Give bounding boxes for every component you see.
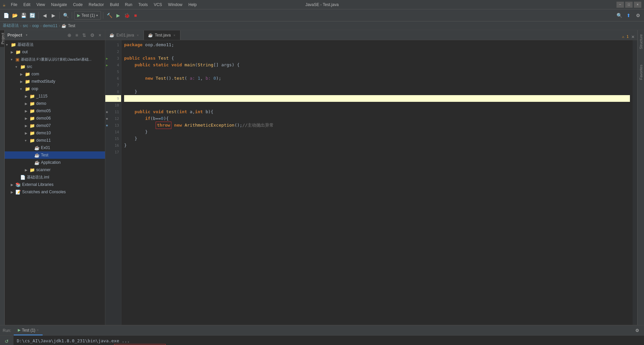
menu-build[interactable]: Build bbox=[107, 2, 122, 8]
breadcrumb-demo11[interactable]: demo11 bbox=[43, 23, 57, 28]
folder-icon-demo05: 📁 bbox=[30, 109, 35, 114]
run-tab-test[interactable]: ▶ Test (1) × bbox=[14, 326, 43, 335]
sync-button[interactable]: 🔄 bbox=[28, 11, 36, 20]
tree-item-test[interactable]: ▶ ☕ Test bbox=[5, 151, 105, 159]
gutter-line-11: ◉ 11 bbox=[105, 109, 121, 115]
project-settings-button[interactable]: ⚙ bbox=[89, 32, 96, 38]
tab-test-icon: ☕ bbox=[148, 33, 153, 38]
toolbar-right: 🔍 ⬆ ⚙ bbox=[615, 11, 642, 20]
search-everywhere-button[interactable]: 🔍 bbox=[62, 11, 70, 20]
menu-edit[interactable]: Edit bbox=[21, 2, 33, 8]
run-settings-button[interactable]: ⚙ bbox=[633, 326, 641, 335]
menu-run[interactable]: Run bbox=[122, 2, 135, 8]
code-line-10 bbox=[124, 102, 630, 109]
code-content[interactable]: package oop.demo11; public class Test { … bbox=[121, 40, 633, 325]
back-button[interactable]: ◀ bbox=[41, 11, 49, 20]
tree-item-demo05[interactable]: ▶ 📁 demo05 bbox=[5, 107, 105, 115]
menu-file[interactable]: File bbox=[8, 2, 20, 8]
project-sort-button[interactable]: ≡ bbox=[74, 32, 79, 38]
maximize-button[interactable]: □ bbox=[625, 2, 633, 8]
tree-item-module[interactable]: ▾ ▣ 基础语法 F:\重新认识计算机\JavaSe\基础... bbox=[5, 56, 105, 63]
build-button[interactable]: 🔨 bbox=[105, 11, 113, 20]
tree-item-demo07[interactable]: ▶ 📁 demo07 bbox=[5, 122, 105, 129]
debug-button[interactable]: 🐞 bbox=[123, 11, 131, 20]
tree-arrow-demo10: ▶ bbox=[25, 131, 30, 135]
project-tab[interactable]: Project bbox=[0, 30, 4, 47]
breadcrumb-file-icon: ☕ bbox=[61, 23, 66, 28]
menu-tools[interactable]: Tools bbox=[136, 2, 150, 8]
structure-tab[interactable]: Structure bbox=[638, 31, 644, 52]
breadcrumb-src[interactable]: src bbox=[23, 23, 28, 28]
folder-icon-out: 📁 bbox=[15, 50, 21, 55]
method-main: main bbox=[184, 62, 195, 68]
tree-arrow-ext-libs: ▶ bbox=[11, 183, 15, 187]
menu-vcs[interactable]: VCS bbox=[151, 2, 165, 8]
close-button[interactable]: × bbox=[634, 2, 641, 8]
tree-item-demo11[interactable]: ▾ 📁 demo11 bbox=[5, 137, 105, 144]
code-editor[interactable]: 1 2 ▶ 3 ▶ 4 5 6 7 8 9 10 ◉ 11 bbox=[105, 40, 637, 325]
run-gutter-btn-3[interactable]: ▶ bbox=[106, 57, 108, 60]
run-sidebar-controls: ↺ ■ ⏸ 🗑 ↓ 🖶 bbox=[0, 336, 13, 345]
tree-item-scratches[interactable]: ▶ 📝 Scratches and Consoles bbox=[5, 188, 105, 196]
tree-item-out[interactable]: ▶ 📁 out bbox=[5, 48, 105, 56]
run-output-console[interactable]: D:\cs_AI\Java\jdk1.8.0_231\bin\java.exe … bbox=[13, 336, 644, 345]
tree-item-demo10[interactable]: ▶ 📁 demo10 bbox=[5, 129, 105, 137]
tree-item-demo[interactable]: ▶ 📁 demo bbox=[5, 100, 105, 107]
run-configuration[interactable]: ▶ Test (1) ▾ bbox=[74, 11, 101, 20]
run-button[interactable]: ▶ bbox=[114, 11, 122, 20]
breadcrumb-oop[interactable]: oop bbox=[32, 23, 39, 28]
gutter-line-5: 5 bbox=[105, 68, 121, 75]
tree-item-src[interactable]: ▾ 📁 src bbox=[5, 63, 105, 70]
stop-button[interactable]: ■ bbox=[131, 11, 140, 20]
bottom-panel: Run: ▶ Test (1) × ⚙ ↺ ■ ⏸ 🗑 ↓ 🖶 D:\cs_AI… bbox=[0, 325, 644, 345]
tree-item-oop[interactable]: ▾ 📁 oop bbox=[5, 85, 105, 92]
tab-ex01[interactable]: ☕ Ex01.java × bbox=[105, 30, 144, 40]
open-button[interactable]: 📂 bbox=[11, 11, 19, 20]
minimize-button[interactable]: − bbox=[616, 2, 624, 8]
menu-refactor[interactable]: Refactor bbox=[86, 2, 106, 8]
breadcrumb-root[interactable]: 基础语法 bbox=[3, 23, 19, 28]
menu-view[interactable]: View bbox=[34, 2, 48, 8]
tree-item-application[interactable]: ▶ ☕ Application bbox=[5, 159, 105, 166]
tree-item-iml[interactable]: ▶ 📄 基础语法.iml bbox=[5, 174, 105, 181]
tab-ex01-close[interactable]: × bbox=[136, 33, 140, 37]
tree-item-demo06[interactable]: ▶ 📁 demo06 bbox=[5, 115, 105, 122]
menu-help[interactable]: Help bbox=[186, 2, 200, 8]
forward-button[interactable]: ▶ bbox=[49, 11, 57, 20]
tree-item-com[interactable]: ▶ 📁 com bbox=[5, 70, 105, 78]
close-editor-pane[interactable]: × bbox=[631, 33, 635, 40]
new-file-button[interactable]: 📄 bbox=[2, 11, 10, 20]
settings-gear[interactable]: ⚙ bbox=[634, 11, 642, 20]
tree-arrow-1115: ▶ bbox=[25, 94, 30, 98]
run-gutter-btn-4[interactable]: ▶ bbox=[106, 63, 108, 67]
project-expand-button[interactable]: ⇅ bbox=[81, 32, 87, 38]
favorites-tab[interactable]: Favorites bbox=[638, 62, 644, 82]
throw-keyword: throw bbox=[156, 122, 171, 129]
gutter-line-10: 10 bbox=[105, 102, 121, 109]
run-tab-close[interactable]: × bbox=[37, 328, 39, 332]
menu-code[interactable]: Code bbox=[70, 2, 86, 8]
tree-label-demo: demo bbox=[36, 101, 46, 106]
tree-item-scanner[interactable]: ▶ 📁 scanner bbox=[5, 166, 105, 174]
kw-int-1: int bbox=[179, 109, 187, 115]
project-locate-button[interactable]: ⊕ bbox=[66, 32, 72, 38]
tree-label-demo06: demo06 bbox=[36, 116, 51, 121]
bp-indicator-12: ◉ bbox=[106, 117, 108, 120]
search-button-right[interactable]: 🔍 bbox=[615, 11, 623, 20]
menu-window[interactable]: Window bbox=[165, 2, 185, 8]
tab-test-close[interactable]: × bbox=[173, 33, 176, 37]
separator-2 bbox=[59, 12, 60, 19]
tree-item-ext-libs[interactable]: ▶ 📚 External Libraries bbox=[5, 181, 105, 188]
save-button[interactable]: 💾 bbox=[19, 11, 28, 20]
tree-label-demo07: demo07 bbox=[36, 123, 51, 128]
output-line-cmd: D:\cs_AI\Java\jdk1.8.0_231\bin\java.exe … bbox=[17, 338, 641, 344]
update-button[interactable]: ⬆ bbox=[625, 11, 633, 20]
tree-item-1115[interactable]: ▶ 📁 _1115 bbox=[5, 92, 105, 100]
tree-item-ex01[interactable]: ▶ ☕ Ex01 bbox=[5, 144, 105, 151]
menu-navigate[interactable]: Navigate bbox=[48, 2, 69, 8]
project-close-button[interactable]: × bbox=[98, 32, 102, 38]
tree-item-root[interactable]: ▾ 📁 基础语法 bbox=[5, 41, 105, 48]
tab-test[interactable]: ☕ Test.java × bbox=[144, 30, 180, 40]
tree-item-methodstudy[interactable]: ▶ 📁 methodStudy bbox=[5, 78, 105, 85]
run-rerun-button[interactable]: ↺ bbox=[2, 337, 11, 345]
